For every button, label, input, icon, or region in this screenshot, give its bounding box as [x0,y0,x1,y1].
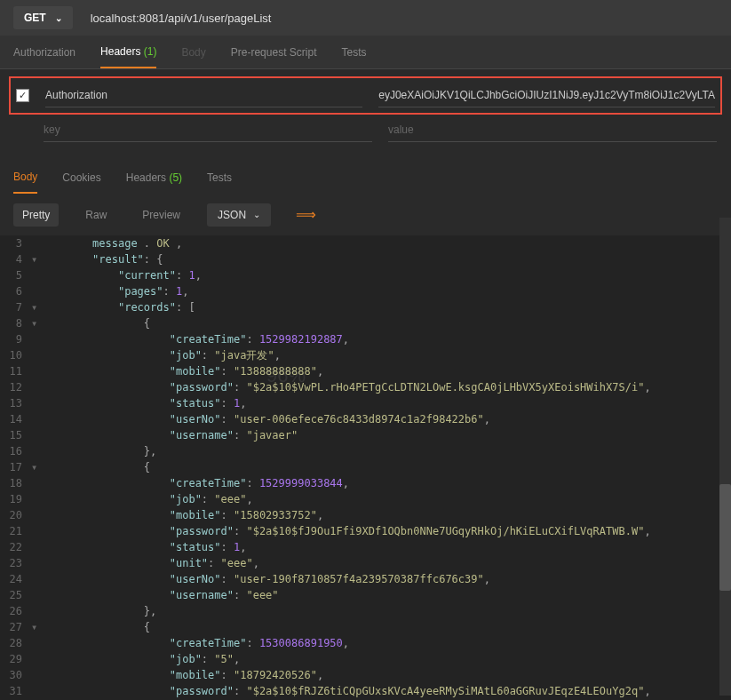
code-line: 4▾ "result": { [0,251,731,267]
chevron-down-icon: ⌄ [253,210,260,219]
header-key-placeholder[interactable]: key [44,118,372,142]
request-bar: GET ⌄ [0,0,731,36]
tab-resp-headers-label: Headers [126,171,166,184]
header-row: ✓ Authorization eyJ0eXAiOiJKV1QiLCJhbGci… [9,76,722,115]
response-tabs: Body Cookies Headers (5) Tests [0,162,731,194]
scrollbar-thumb[interactable] [719,484,731,591]
tab-tests[interactable]: Tests [341,37,366,68]
tab-response-headers[interactable]: Headers (5) [126,163,182,193]
header-value-input[interactable]: eyJ0eXAiOiJKV1QiLCJhbGciOiJIUzI1NiJ9.eyJ… [378,84,715,107]
code-line: 30 "mobile": "18792420526", [0,667,731,683]
view-preview-button[interactable]: Preview [133,203,189,227]
format-label: JSON [218,209,246,221]
tab-headers-label: Headers [100,45,140,58]
code-line: 27▾ { [0,619,731,635]
code-line: 10 "job": "java开发", [0,347,731,363]
code-line: 24 "userNo": "user-190f8710857f4a2395703… [0,571,731,587]
header-checkbox[interactable]: ✓ [16,89,29,102]
method-dropdown[interactable]: GET ⌄ [13,6,73,29]
code-line: 20 "mobile": "15802933752", [0,507,731,523]
code-line: 23 "unit": "eee", [0,555,731,571]
view-raw-button[interactable]: Raw [76,203,115,227]
code-line: 29 "job": "5", [0,651,731,667]
format-dropdown[interactable]: JSON ⌄ [207,203,271,227]
code-line: 22 "status": 1, [0,539,731,555]
code-line: 18 "createTime": 1529999033844, [0,475,731,491]
code-line: 28 "createTime": 1530086891950, [0,635,731,651]
code-line: 21 "password": "$2a$10$fJ9Ou1Ffi9XDf1OQb… [0,523,731,539]
tab-authorization[interactable]: Authorization [13,37,75,68]
code-line: 3 message . OK , [0,235,731,251]
tab-body[interactable]: Body [181,37,205,68]
view-pretty-button[interactable]: Pretty [13,203,59,227]
code-line: 17▾ { [0,459,731,475]
tab-headers[interactable]: Headers (1) [100,36,156,68]
tab-response-tests[interactable]: Tests [207,163,232,193]
wrap-lines-icon[interactable]: ⟹ [289,203,323,227]
code-line: 12 "password": "$2a$10$VwPL.rHo4PETgCcLD… [0,379,731,395]
code-line: 31 "password": "$2a$10$fRJZ6tiCQpGUxsKVc… [0,683,731,699]
code-line: 15 "username": "javaer" [0,427,731,443]
code-line: 5 "current": 1, [0,267,731,283]
code-line: 11 "mobile": "13888888888", [0,363,731,379]
headers-table: ✓ Authorization eyJ0eXAiOiJKV1QiLCJhbGci… [0,69,731,153]
code-line: 26 }, [0,603,731,619]
tab-prerequest[interactable]: Pre-request Script [231,37,317,68]
tab-resp-headers-count: (5) [169,171,182,184]
method-label: GET [24,12,46,24]
header-key-input[interactable]: Authorization [45,84,362,107]
code-line: 8▾ { [0,315,731,331]
tab-response-body[interactable]: Body [13,162,37,194]
code-line: 7▾ "records": [ [0,299,731,315]
chevron-down-icon: ⌄ [55,13,62,23]
code-line: 25 "username": "eee" [0,587,731,603]
scrollbar-track[interactable] [719,218,731,696]
response-body-code[interactable]: 3 message . OK ,4▾ "result": {5 "current… [0,235,731,700]
header-value-placeholder[interactable]: value [388,118,717,142]
code-line: 19 "job": "eee", [0,491,731,507]
request-tabs: Authorization Headers (1) Body Pre-reque… [0,36,731,69]
url-input[interactable] [91,12,718,25]
code-line: 13 "status": 1, [0,395,731,411]
header-row-empty: key value [9,115,722,146]
tab-cookies[interactable]: Cookies [62,163,100,193]
code-line: 14 "userNo": "user-006efece76c8433d8974c… [0,411,731,427]
view-controls: Pretty Raw Preview JSON ⌄ ⟹ [0,194,731,235]
tab-headers-count: (1) [144,45,157,58]
code-line: 9 "createTime": 1529982192887, [0,331,731,347]
code-line: 6 "pages": 1, [0,283,731,299]
code-line: 16 }, [0,443,731,459]
